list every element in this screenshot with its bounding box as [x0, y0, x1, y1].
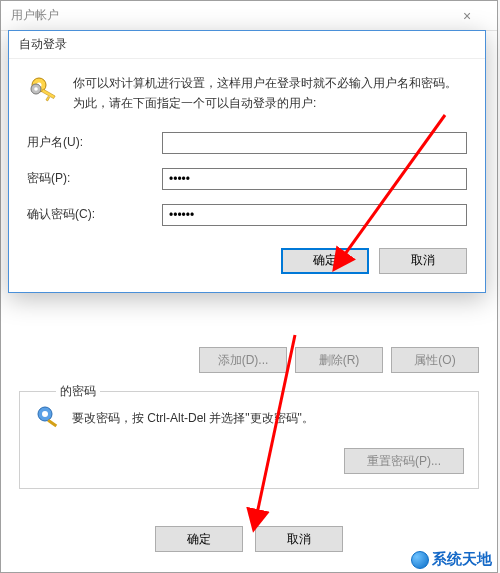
watermark-logo: 系统天地 [411, 550, 492, 569]
parent-title: 用户帐户 [11, 7, 59, 24]
properties-button[interactable]: 属性(O) [391, 347, 479, 373]
add-button[interactable]: 添加(D)... [199, 347, 287, 373]
dialog-ok-button[interactable]: 确定 [281, 248, 369, 274]
parent-dialog-buttons: 确定 取消 [1, 526, 497, 552]
watermark-text: 系统天地 [432, 550, 492, 569]
auto-login-dialog: 自动登录 你可以对计算机进行设置，这样用户在登录时就不必输入用户名和密码。为此，… [8, 30, 486, 293]
close-icon[interactable]: × [447, 8, 487, 24]
groupbox-text: 要改密码，按 Ctrl-Alt-Del 并选择"更改密码"。 [72, 410, 464, 427]
username-label: 用户名(U): [27, 134, 162, 151]
user-list-buttons: 添加(D)... 删除(R) 属性(O) [19, 347, 479, 373]
globe-icon [411, 551, 429, 569]
password-groupbox: 的密码 要改密码，按 Ctrl-Alt-Del 并选择"更改密码"。 重置密码(… [19, 391, 479, 489]
confirm-password-label: 确认密码(C): [27, 206, 162, 223]
dialog-titlebar: 自动登录 [9, 31, 485, 59]
groupbox-legend: 的密码 [56, 383, 100, 400]
reset-password-button[interactable]: 重置密码(P)... [344, 448, 464, 474]
confirm-password-input[interactable] [162, 204, 467, 226]
dialog-title: 自动登录 [19, 36, 67, 53]
password-label: 密码(P): [27, 170, 162, 187]
svg-rect-2 [47, 419, 57, 427]
remove-button[interactable]: 删除(R) [295, 347, 383, 373]
dialog-description: 你可以对计算机进行设置，这样用户在登录时就不必输入用户名和密码。为此，请在下面指… [73, 73, 467, 114]
parent-ok-button[interactable]: 确定 [155, 526, 243, 552]
dialog-cancel-button[interactable]: 取消 [379, 248, 467, 274]
password-input[interactable] [162, 168, 467, 190]
username-input[interactable] [162, 132, 467, 154]
parent-titlebar: 用户帐户 × [1, 1, 497, 31]
keys-icon [27, 73, 61, 107]
svg-point-8 [34, 87, 38, 91]
svg-point-1 [42, 411, 48, 417]
svg-rect-6 [46, 96, 50, 100]
user-key-icon [34, 404, 62, 432]
parent-cancel-button[interactable]: 取消 [255, 526, 343, 552]
